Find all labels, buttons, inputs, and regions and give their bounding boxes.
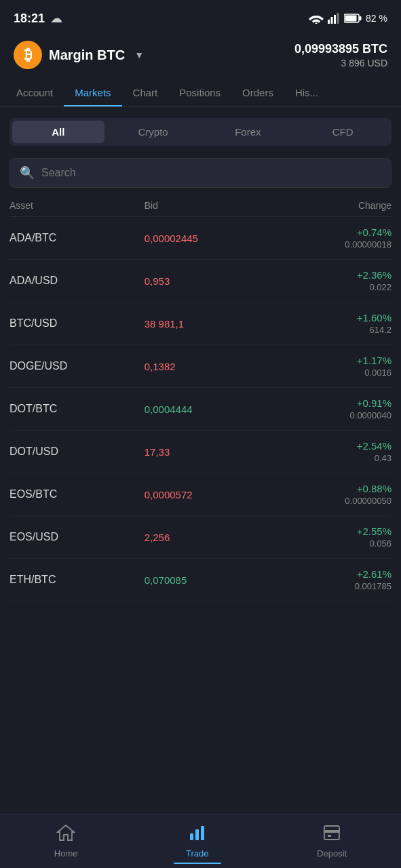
nav-tabs: Account Markets Chart Positions Orders H… xyxy=(0,79,401,107)
row-asset: EOS/USD xyxy=(9,531,145,543)
balance-usd: 3 896 USD xyxy=(294,58,387,68)
svg-point-0 xyxy=(315,22,318,24)
row-change: +0.88% 0.00000050 xyxy=(279,483,392,506)
change-pct: +2.54% xyxy=(279,440,392,452)
svg-rect-1 xyxy=(328,20,330,24)
table-body: ADA/BTC 0,00002445 +0.74% 0.00000018 ADA… xyxy=(9,217,392,601)
row-bid: 0,070085 xyxy=(145,574,280,586)
tab-account[interactable]: Account xyxy=(5,79,64,106)
tab-chart[interactable]: Chart xyxy=(122,79,169,106)
change-pct: +2.61% xyxy=(279,568,392,580)
nav-deposit-label: Deposit xyxy=(317,848,347,859)
row-asset: DOT/USD xyxy=(9,446,145,458)
row-change: +1.60% 614.2 xyxy=(279,312,392,335)
filter-cfd[interactable]: CFD xyxy=(297,121,389,143)
header-change: Change xyxy=(279,200,392,211)
dropdown-icon[interactable]: ▼ xyxy=(134,50,144,60)
row-bid: 17,33 xyxy=(145,446,280,458)
row-asset: DOT/BTC xyxy=(9,403,145,415)
market-table: Asset Bid Change ADA/BTC 0,00002445 +0.7… xyxy=(0,192,401,601)
status-icons: 82 % xyxy=(309,13,387,24)
change-pct: +0.88% xyxy=(279,483,392,494)
tab-orders[interactable]: Orders xyxy=(231,79,284,106)
header: ₿ Margin BTC ▼ 0,09993895 BTC 3 896 USD xyxy=(0,34,401,79)
table-row[interactable]: ADA/USD 0,953 +2.36% 0.022 xyxy=(9,260,392,302)
row-bid: 0,0000572 xyxy=(145,489,280,500)
row-change: +2.36% 0.022 xyxy=(279,269,392,292)
row-change: +2.55% 0.056 xyxy=(279,526,392,549)
change-pct: +0.91% xyxy=(279,397,392,409)
row-change: +0.91% 0.0000040 xyxy=(279,397,392,420)
svg-rect-13 xyxy=(328,835,331,837)
change-val: 0.43 xyxy=(279,453,392,463)
search-section: 🔍 xyxy=(0,151,401,192)
nav-deposit[interactable]: Deposit xyxy=(303,818,360,864)
change-val: 0.022 xyxy=(279,282,392,292)
row-change: +2.61% 0.001785 xyxy=(279,568,392,591)
change-val: 0.001785 xyxy=(279,581,392,591)
change-val: 0.056 xyxy=(279,538,392,549)
table-row[interactable]: DOGE/USD 0,1382 +1.17% 0.0016 xyxy=(9,345,392,388)
search-box[interactable]: 🔍 xyxy=(9,158,392,188)
tab-history[interactable]: His... xyxy=(284,79,329,106)
row-change: +1.17% 0.0016 xyxy=(279,355,392,378)
filter-crypto[interactable]: Crypto xyxy=(107,121,199,143)
row-asset: ADA/BTC xyxy=(9,232,145,244)
table-row[interactable]: EOS/BTC 0,0000572 +0.88% 0.00000050 xyxy=(9,473,392,516)
nav-trade[interactable]: Trade xyxy=(172,818,222,864)
row-bid: 38 981,1 xyxy=(145,318,280,330)
balance-btc: 0,09993895 BTC xyxy=(294,42,387,56)
status-bar: 18:21 ☁ 82 % xyxy=(0,0,401,34)
nav-home-label: Home xyxy=(54,848,78,859)
row-asset: ADA/USD xyxy=(9,275,145,287)
svg-rect-10 xyxy=(201,826,204,840)
change-val: 0.0016 xyxy=(279,368,392,378)
change-pct: +1.60% xyxy=(279,312,392,323)
filter-section: All Crypto Forex CFD xyxy=(0,107,401,151)
search-icon: 🔍 xyxy=(20,165,35,180)
row-bid: 0,953 xyxy=(145,275,280,287)
change-val: 0.0000040 xyxy=(279,410,392,420)
change-pct: +2.36% xyxy=(279,269,392,281)
header-bid: Bid xyxy=(145,200,280,211)
svg-rect-6 xyxy=(360,16,362,20)
change-val: 614.2 xyxy=(279,325,392,335)
svg-rect-3 xyxy=(334,15,336,24)
search-input[interactable] xyxy=(41,167,381,179)
svg-rect-12 xyxy=(324,830,339,833)
table-row[interactable]: EOS/USD 2,256 +2.55% 0.056 xyxy=(9,516,392,559)
filter-all[interactable]: All xyxy=(12,121,104,143)
tab-markets[interactable]: Markets xyxy=(64,79,121,106)
status-time: 18:21 xyxy=(14,12,45,26)
account-info[interactable]: ₿ Margin BTC ▼ xyxy=(14,41,144,69)
row-asset: BTC/USD xyxy=(9,317,145,330)
account-name: Margin BTC xyxy=(49,47,125,63)
table-row[interactable]: DOT/BTC 0,0004444 +0.91% 0.0000040 xyxy=(9,388,392,431)
row-asset: EOS/BTC xyxy=(9,488,145,500)
deposit-icon xyxy=(322,824,341,846)
table-row[interactable]: BTC/USD 38 981,1 +1.60% 614.2 xyxy=(9,302,392,345)
chart-bar-icon xyxy=(188,824,207,846)
battery-pct: 82 % xyxy=(366,13,387,24)
svg-rect-7 xyxy=(345,16,357,22)
table-row[interactable]: ETH/BTC 0,070085 +2.61% 0.001785 xyxy=(9,559,392,601)
balance-info: 0,09993895 BTC 3 896 USD xyxy=(294,42,387,68)
row-asset: ETH/BTC xyxy=(9,574,145,586)
svg-rect-8 xyxy=(190,833,193,840)
row-bid: 0,0004444 xyxy=(145,403,280,415)
nav-trade-label: Trade xyxy=(186,848,208,859)
nav-home[interactable]: Home xyxy=(41,818,92,864)
table-row[interactable]: ADA/BTC 0,00002445 +0.74% 0.00000018 xyxy=(9,217,392,260)
svg-rect-2 xyxy=(331,17,333,24)
tab-positions[interactable]: Positions xyxy=(168,79,231,106)
filter-forex[interactable]: Forex xyxy=(202,121,294,143)
change-val: 0.00000050 xyxy=(279,496,392,506)
table-header: Asset Bid Change xyxy=(9,192,392,217)
wifi-icon xyxy=(309,13,324,24)
change-val: 0.00000018 xyxy=(279,239,392,250)
svg-rect-9 xyxy=(195,829,199,840)
change-pct: +2.55% xyxy=(279,526,392,537)
row-bid: 2,256 xyxy=(145,532,280,543)
svg-rect-4 xyxy=(337,13,339,24)
table-row[interactable]: DOT/USD 17,33 +2.54% 0.43 xyxy=(9,431,392,473)
